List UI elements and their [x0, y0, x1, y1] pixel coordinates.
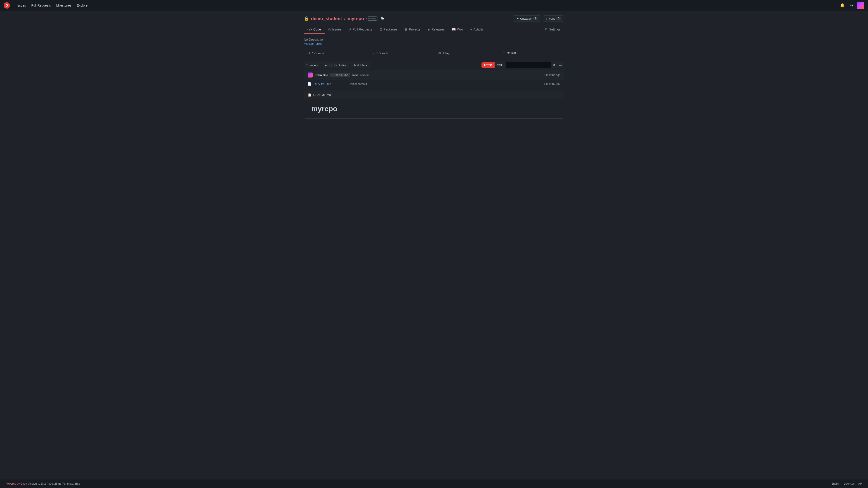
branch-selector[interactable]: ⑂ main ▾ [304, 62, 321, 68]
wiki-icon: 📖 [452, 28, 456, 31]
lock-icon: 🔒 [304, 16, 309, 21]
packages-icon: ⊡ [379, 28, 382, 31]
commit-message: Initial commit [352, 73, 369, 77]
file-browser-table: John Doe 78bdb3356d Initial commit 8 mon… [304, 70, 564, 88]
tab-projects[interactable]: ▦ Projects [401, 25, 424, 34]
nav-explore[interactable]: Explore [74, 2, 90, 8]
commit-author-avatar [308, 72, 313, 77]
releases-icon: ◈ [428, 28, 430, 31]
footer-right: English Licenses API [831, 482, 863, 485]
clone-url-input[interactable] [506, 62, 551, 68]
readme-filename: README.md [313, 93, 331, 97]
footer-licenses[interactable]: Licenses [844, 482, 855, 485]
latest-commit-row: John Doe 78bdb3356d Initial commit 8 mon… [304, 70, 564, 80]
tags-stat[interactable]: 🏷 1 Tag [434, 49, 499, 57]
tab-pull-requests[interactable]: ⇄ Pull Requests [345, 25, 376, 34]
activity-icon: ~ [470, 28, 472, 31]
stats-bar: ↺ 1 Commit ⑂ 1 Branch 🏷 1 Tag ☰ 93 KiB [304, 49, 564, 57]
main-content: 🔒 demo_student / myrepo Private 📡 👁 Unwa… [298, 11, 569, 479]
avatar [857, 2, 864, 9]
footer-version: Version: 1.20.2 Page: 25ms Template: 3ms [28, 482, 80, 485]
rss-icon[interactable]: 📡 [380, 17, 384, 20]
notification-bell[interactable]: 🔔 [839, 2, 846, 9]
size-icon: ☰ [503, 52, 505, 55]
repo-actions: 👁 Unwatch 1 ⑂ Fork 0 [513, 15, 564, 22]
tab-activity[interactable]: ~ Activity [467, 25, 487, 34]
readme-section: 📋 README.md myrepo [304, 91, 564, 119]
footer-left: Powered by Gitea Version: 1.20.2 Page: 2… [5, 482, 80, 485]
branches-icon: ⑂ [373, 52, 375, 55]
repo-description: No Description [304, 38, 564, 41]
readme-book-icon: 📋 [308, 93, 311, 97]
ssh-clone-button[interactable]: SSH [495, 62, 506, 68]
tab-issues[interactable]: ◎ Issues [324, 25, 345, 34]
manage-topics-link[interactable]: Manage Topics [304, 42, 564, 45]
nav-issues[interactable]: Issues [14, 2, 28, 8]
eye-icon: 👁 [516, 17, 519, 20]
tab-code[interactable]: </> Code [304, 25, 324, 34]
plus-menu[interactable]: + ▾ [848, 2, 855, 9]
chevron-down-icon-addfile: ▾ [366, 64, 367, 67]
sync-button[interactable]: ⇄ [323, 62, 330, 68]
branches-stat[interactable]: ⑂ 1 Branch [369, 49, 434, 57]
fork-icon: ⑂ [546, 17, 548, 20]
file-browser-toolbar: ⑂ main ▾ ⇄ Go to file Add File ▾ HTTP SS… [304, 60, 564, 70]
settings-icon: ⚙ [545, 28, 548, 31]
visibility-badge: Private [366, 17, 378, 21]
powered-by-link[interactable]: Powered by Gitea [5, 482, 27, 485]
commits-icon: ↺ [308, 52, 310, 55]
commit-hash[interactable]: 78bdb3356d [331, 73, 350, 77]
top-navigation: G Issues Pull Requests Milestones Explor… [0, 0, 868, 11]
copy-url-button[interactable]: ⧉ [551, 62, 557, 68]
fork-count: 0 [556, 17, 561, 20]
fork-button[interactable]: ⑂ Fork 0 [543, 15, 564, 22]
repo-header: 🔒 demo_student / myrepo Private 📡 👁 Unwa… [304, 15, 564, 22]
readme-content: myrepo [304, 99, 564, 119]
go-to-file-button[interactable]: Go to file [331, 62, 349, 68]
gitea-logo[interactable]: G [4, 2, 10, 8]
commit-time: 8 months ago [544, 73, 560, 76]
tab-settings[interactable]: ⚙ Settings [541, 25, 564, 34]
more-clone-options-button[interactable]: ••• [557, 62, 564, 68]
file-modified-time: 8 months ago [544, 82, 560, 86]
size-stat: ☰ 93 KiB [499, 49, 564, 57]
nav-links: Issues Pull Requests Milestones Explore [14, 2, 834, 8]
pr-icon: ⇄ [348, 28, 351, 31]
tab-packages[interactable]: ⊡ Packages [376, 25, 401, 34]
file-icon: 📄 [308, 82, 311, 86]
table-row: 📄 README.md Initial commit 8 months ago [304, 80, 564, 88]
http-clone-button[interactable]: HTTP [482, 62, 495, 68]
user-avatar-button[interactable] [857, 2, 864, 9]
nav-pull-requests[interactable]: Pull Requests [29, 2, 53, 8]
unwatch-button[interactable]: 👁 Unwatch 1 [513, 15, 541, 22]
page-footer: Powered by Gitea Version: 1.20.2 Page: 2… [0, 479, 868, 488]
commit-author-name[interactable]: John Doe [315, 73, 328, 77]
issues-icon: ◎ [328, 28, 331, 31]
footer-api[interactable]: API [858, 482, 863, 485]
projects-icon: ▦ [405, 28, 408, 31]
tags-icon: 🏷 [438, 52, 441, 55]
repo-owner-link[interactable]: demo_student [311, 16, 342, 21]
readme-title: myrepo [311, 105, 557, 113]
tab-wiki[interactable]: 📖 Wiki [448, 25, 467, 34]
code-icon: </> [307, 28, 312, 31]
nav-milestones[interactable]: Milestones [54, 2, 74, 8]
repo-name-link[interactable]: myrepo [348, 16, 364, 21]
watch-count: 1 [533, 17, 538, 20]
readme-header: 📋 README.md [304, 91, 564, 99]
add-file-button[interactable]: Add File ▾ [351, 62, 370, 68]
clone-section: HTTP SSH ⧉ ••• [482, 62, 564, 68]
footer-lang[interactable]: English [831, 482, 840, 485]
branch-icon: ⑂ [306, 64, 308, 67]
chevron-down-icon: ▾ [317, 64, 319, 67]
file-name-link[interactable]: README.md [314, 82, 348, 86]
repo-tabs: </> Code ◎ Issues ⇄ Pull Requests ⊡ Pack… [304, 25, 564, 34]
file-commit-message: Initial commit [350, 82, 541, 86]
nav-right: 🔔 + ▾ [839, 2, 864, 9]
tab-releases[interactable]: ◈ Releases [424, 25, 448, 34]
repo-separator: / [344, 16, 346, 21]
commits-stat[interactable]: ↺ 1 Commit [304, 49, 369, 57]
